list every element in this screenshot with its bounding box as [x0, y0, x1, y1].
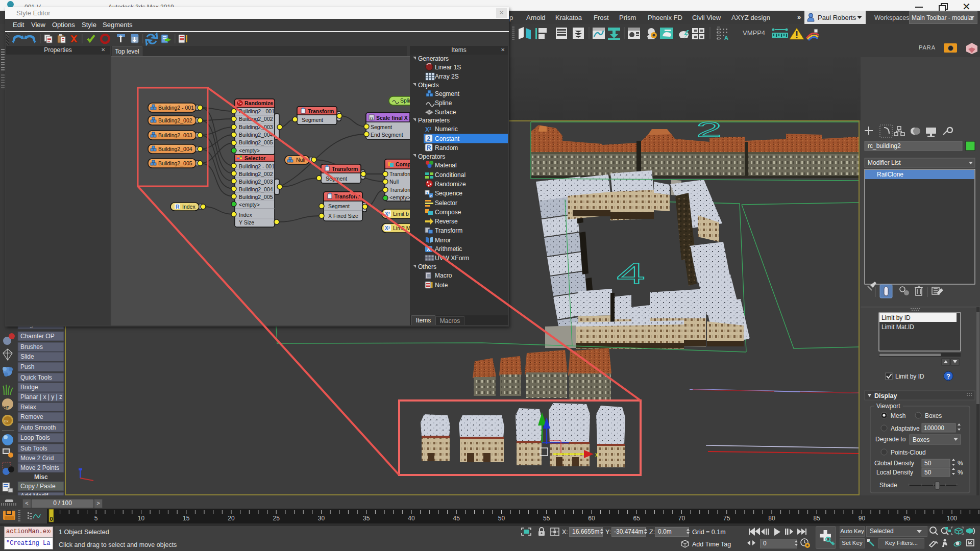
svg-text:Null: Null	[296, 157, 305, 163]
svg-text:Degrade to: Degrade to	[875, 436, 906, 443]
svg-text:Building2_005: Building2_005	[158, 160, 192, 166]
svg-text:Building2 - 001: Building2 - 001	[239, 108, 275, 114]
svg-text:50: 50	[924, 469, 932, 476]
svg-text:Conditional: Conditional	[435, 171, 465, 179]
svg-text:A: A	[724, 35, 728, 41]
svg-text:Building2 - 001: Building2 - 001	[239, 163, 275, 169]
svg-text:<empty>: <empty>	[239, 202, 260, 208]
svg-text:Segment: Segment	[371, 124, 392, 130]
svg-text:Array 2S: Array 2S	[435, 73, 459, 80]
svg-text:2: 2	[696, 120, 722, 141]
svg-text:?: ?	[946, 372, 950, 380]
svg-text:UVW XForm: UVW XForm	[435, 255, 469, 262]
svg-text:X²: X²	[385, 211, 390, 217]
svg-text:Segment: Segment	[328, 203, 350, 209]
svg-text:Building2_003: Building2_003	[239, 179, 273, 185]
svg-text:Relax: Relax	[20, 404, 36, 411]
svg-text:Boxes: Boxes	[913, 436, 929, 443]
svg-text:Modifier List: Modifier List	[868, 159, 901, 166]
svg-text:Global Density: Global Density	[874, 460, 914, 467]
svg-text:%: %	[958, 460, 963, 467]
svg-text:Sequence: Sequence	[435, 190, 462, 197]
svg-text:Building2_002: Building2_002	[239, 116, 273, 122]
svg-text:Numeric: Numeric	[435, 126, 458, 133]
svg-text:Random: Random	[435, 144, 458, 152]
svg-text:X²: X²	[425, 126, 431, 133]
svg-text:Randomize: Randomize	[244, 100, 273, 106]
svg-text:VMPP4: VMPP4	[743, 29, 765, 37]
svg-text:Operators: Operators	[418, 153, 445, 160]
svg-text:Viewport: Viewport	[876, 403, 900, 410]
svg-text:Constant: Constant	[435, 135, 460, 142]
svg-text:Shade: Shade	[879, 482, 897, 489]
svg-text:45: 45	[453, 515, 460, 522]
svg-text:RailClone: RailClone	[877, 171, 903, 178]
svg-text:4: 4	[617, 257, 645, 290]
svg-text:Building2_003: Building2_003	[158, 132, 192, 138]
svg-text:0: 0	[50, 516, 53, 522]
svg-text:Surface: Surface	[435, 109, 456, 116]
svg-text:Segment: Segment	[326, 176, 347, 182]
svg-text:Transform: Transform	[389, 171, 410, 177]
svg-text:Spline: Spline	[435, 99, 452, 107]
svg-text:x: x	[595, 451, 598, 458]
svg-text:End Segment: End Segment	[371, 132, 403, 138]
svg-text:Transform: Transform	[332, 166, 358, 172]
svg-text:Material: Material	[435, 162, 457, 169]
svg-text:25: 25	[273, 515, 280, 522]
svg-text:Macro: Macro	[435, 272, 452, 279]
svg-text:Segment: Segment	[435, 90, 460, 97]
svg-text:Lim2 Ma: Lim2 Ma	[393, 225, 410, 231]
svg-text:Adaptative: Adaptative	[891, 425, 920, 432]
svg-text:rc_building2: rc_building2	[868, 142, 901, 149]
svg-text:Compose: Compose	[435, 209, 461, 216]
svg-text:<empty>: <empty>	[239, 147, 260, 154]
svg-text:Sub Tools: Sub Tools	[20, 445, 47, 452]
svg-text:20: 20	[228, 515, 235, 522]
svg-text:Objects: Objects	[418, 82, 439, 89]
svg-text:55: 55	[543, 515, 550, 522]
svg-text:Index: Index	[182, 204, 195, 210]
svg-text:Limit Mat.ID: Limit Mat.ID	[881, 323, 914, 331]
svg-text:65: 65	[633, 515, 641, 522]
svg-text:Randomize: Randomize	[435, 181, 466, 188]
svg-text:50: 50	[498, 515, 505, 522]
svg-text:85: 85	[814, 515, 821, 522]
svg-text:Push: Push	[20, 363, 34, 370]
svg-text:Note: Note	[435, 282, 448, 289]
svg-text:{}: {}	[370, 116, 373, 120]
svg-text:Loop Tools: Loop Tools	[20, 434, 50, 441]
svg-text:35: 35	[363, 515, 370, 522]
svg-text:1: 1	[426, 191, 429, 195]
svg-text:Building2_002: Building2_002	[239, 171, 273, 177]
svg-text:Display: Display	[874, 392, 897, 399]
svg-text:75: 75	[723, 515, 730, 522]
svg-text:Building2_004: Building2_004	[158, 146, 192, 152]
svg-text:X²: X²	[385, 226, 390, 231]
svg-text:<empty>: <empty>	[389, 194, 410, 201]
svg-text:Brushes: Brushes	[20, 343, 43, 350]
svg-text:Index: Index	[239, 212, 252, 218]
svg-text:40: 40	[408, 515, 415, 522]
svg-text:2: 2	[427, 135, 431, 142]
svg-text:5: 5	[94, 515, 98, 522]
svg-text:60: 60	[588, 515, 595, 522]
svg-text:Limit b: Limit b	[393, 211, 409, 217]
svg-text:0x: 0x	[4, 419, 8, 423]
svg-text:Local Density: Local Density	[876, 469, 913, 476]
svg-text:Selector: Selector	[435, 199, 457, 207]
svg-text:Boxes: Boxes	[925, 412, 942, 419]
svg-text:Building2_004: Building2_004	[239, 186, 273, 192]
svg-text:R: R	[427, 144, 431, 152]
svg-text:Transform: Transform	[334, 193, 360, 199]
svg-text:Chamfer OP: Chamfer OP	[20, 333, 55, 340]
svg-text:100: 100	[947, 515, 957, 522]
svg-text:80: 80	[768, 515, 775, 522]
svg-text:Transform: Transform	[308, 108, 334, 114]
svg-text:2: 2	[430, 194, 432, 198]
svg-text:Auto Smooth: Auto Smooth	[20, 424, 56, 431]
svg-text:X: X	[427, 246, 430, 252]
svg-text:Building2_005: Building2_005	[239, 139, 273, 145]
svg-text:HF: HF	[3, 405, 9, 410]
svg-text:Limit by ID: Limit by ID	[881, 314, 911, 321]
